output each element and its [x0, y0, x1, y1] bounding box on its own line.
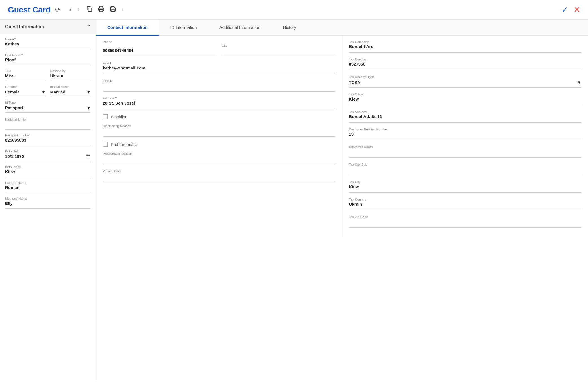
id-type-dropdown-arrow: ▼	[86, 105, 91, 110]
phone-label: Phone	[103, 40, 335, 43]
email2-field: Email2	[103, 79, 335, 92]
title-value[interactable]: Miss	[5, 73, 46, 81]
title-group: Title Miss	[5, 69, 46, 81]
tax-office-field: Tax Office Kiew	[349, 93, 582, 105]
national-id-label: National Id No	[5, 118, 91, 121]
customer-room-field: Customer Room	[349, 145, 582, 158]
marital-value: Married	[50, 90, 66, 94]
address-value[interactable]: 28 St. Sen Josef	[103, 101, 335, 109]
phone-value[interactable]: 0035984746464	[103, 48, 216, 56]
marital-dropdown[interactable]: Married ▼	[50, 89, 91, 97]
city-value[interactable]	[222, 48, 335, 56]
contact-right-col: Tax Company Bursefff Ars Tax Number 8327…	[342, 36, 588, 237]
tax-receive-field: Tax Receive Type TCKN ▼	[349, 75, 582, 88]
blacklist-row: Blacklist	[103, 114, 335, 119]
nationality-label: Nationality	[50, 69, 91, 73]
name-field-group: Name** Kathey	[5, 38, 91, 49]
tax-city-sub-field: Tax City Sub	[349, 163, 582, 175]
tax-address-label: Tax Address	[349, 110, 582, 114]
mothers-name-group: Mothers' Name Elly	[5, 197, 91, 209]
tax-receive-dropdown[interactable]: TCKN ▼	[349, 79, 582, 88]
history-icon[interactable]: ⟳	[55, 6, 60, 14]
lastname-value[interactable]: Ploof	[5, 57, 91, 65]
id-type-dropdown[interactable]: Passport ▼	[5, 105, 91, 113]
gender-label: Gender**	[5, 85, 46, 88]
tax-zip-label: Tax Zip Code	[349, 215, 582, 219]
prev-button[interactable]: ‹	[69, 6, 71, 14]
tax-country-label: Tax Country	[349, 198, 582, 201]
fathers-name-group: Fathers' Name Roman	[5, 181, 91, 193]
name-value[interactable]: Kathey	[5, 42, 91, 49]
tax-company-value[interactable]: Bursefff Ars	[349, 44, 582, 53]
sidebar: Guest Information ⌃ Name** Kathey Last N…	[0, 20, 96, 380]
blacklist-checkbox[interactable]	[103, 114, 108, 119]
id-type-label: Id Type	[5, 101, 91, 104]
email2-value[interactable]	[103, 83, 335, 92]
id-type-group: Id Type Passport ▼	[5, 101, 91, 113]
email2-label: Email2	[103, 79, 335, 82]
email-value[interactable]: kathey@hotmail.com	[103, 66, 335, 74]
tax-zip-value[interactable]	[349, 219, 582, 228]
tax-city-field: Tax City Kiew	[349, 180, 582, 193]
save-button[interactable]	[110, 6, 116, 14]
mothers-name-label: Mothers' Name	[5, 197, 91, 200]
sidebar-collapse-icon[interactable]: ⌃	[86, 24, 91, 30]
tax-company-field: Tax Company Bursefff Ars	[349, 40, 582, 53]
problematic-checkbox[interactable]	[103, 142, 108, 147]
calendar-icon	[86, 153, 91, 159]
contact-tab-content: Phone 0035984746464 City Email kathey@ho…	[96, 36, 588, 237]
birth-place-label: Birth Place	[5, 165, 91, 169]
tax-city-sub-value[interactable]	[349, 167, 582, 175]
tab-additional[interactable]: Additional Information	[208, 20, 272, 36]
nationality-group: Nationality Ukrain	[50, 69, 91, 81]
problematic-reason-label: Problematic Reason	[103, 152, 335, 155]
next-button[interactable]: ›	[122, 6, 124, 14]
mothers-name-value[interactable]: Elly	[5, 201, 91, 209]
tax-city-sub-label: Tax City Sub	[349, 163, 582, 166]
national-id-value[interactable]	[5, 122, 91, 130]
gender-marital-group: Gender** Female ▼ marital status Married…	[5, 85, 91, 97]
tax-office-value[interactable]: Kiew	[349, 97, 582, 105]
print-button[interactable]	[98, 6, 104, 14]
tax-country-field: Tax Country Ukrain	[349, 198, 582, 210]
problematic-reason-value[interactable]	[103, 156, 335, 164]
confirm-button[interactable]: ✓	[561, 5, 568, 14]
address-label: Address**	[103, 97, 335, 100]
contact-left-col: Phone 0035984746464 City Email kathey@ho…	[96, 36, 342, 237]
customer-building-label: Customer Building Number	[349, 128, 582, 131]
sidebar-title: Guest Information	[5, 24, 44, 29]
add-button[interactable]: +	[77, 6, 80, 14]
birth-date-field[interactable]: 10/1/1970	[5, 153, 91, 161]
tax-number-value[interactable]: 8327356	[349, 62, 582, 70]
tax-receive-arrow: ▼	[577, 80, 581, 85]
tax-country-value[interactable]: Ukrain	[349, 202, 582, 210]
gender-dropdown[interactable]: Female ▼	[5, 89, 46, 97]
customer-room-value[interactable]	[349, 149, 582, 158]
gender-group: Gender** Female ▼	[5, 85, 46, 97]
cancel-button[interactable]: ✕	[574, 5, 580, 14]
passport-value[interactable]: 825695683	[5, 138, 91, 145]
vehicle-plate-field: Vehicle Plate	[103, 169, 335, 182]
header-nav: ‹ + ›	[69, 6, 124, 14]
fathers-name-value[interactable]: Roman	[5, 185, 91, 193]
tax-zip-field: Tax Zip Code	[349, 215, 582, 228]
customer-building-value[interactable]: 13	[349, 132, 582, 140]
vehicle-plate-value[interactable]	[103, 173, 335, 182]
header-actions: ✓ ✕	[561, 5, 580, 14]
tab-contact[interactable]: Contact Information	[96, 20, 159, 36]
app-header: Guest Card ⟳ ‹ + › ✓ ✕	[0, 0, 588, 20]
nationality-value[interactable]: Ukrain	[50, 73, 91, 81]
address-field: Address** 28 St. Sen Josef	[103, 97, 335, 109]
sidebar-header: Guest Information ⌃	[0, 20, 96, 34]
passport-label: Passport number	[5, 134, 91, 137]
tax-address-value[interactable]: Bursaf Ad. St. !2	[349, 114, 582, 123]
copy-button[interactable]	[86, 6, 92, 14]
blacklisting-reason-value[interactable]	[103, 128, 335, 137]
tab-id[interactable]: ID Information	[159, 20, 208, 36]
tab-history[interactable]: History	[272, 20, 308, 36]
content-area: Contact Information ID Information Addit…	[96, 20, 588, 380]
birth-place-value[interactable]: Kiew	[5, 169, 91, 177]
marital-dropdown-arrow: ▼	[86, 90, 91, 94]
svg-rect-1	[100, 9, 103, 11]
tax-city-value[interactable]: Kiew	[349, 184, 582, 193]
